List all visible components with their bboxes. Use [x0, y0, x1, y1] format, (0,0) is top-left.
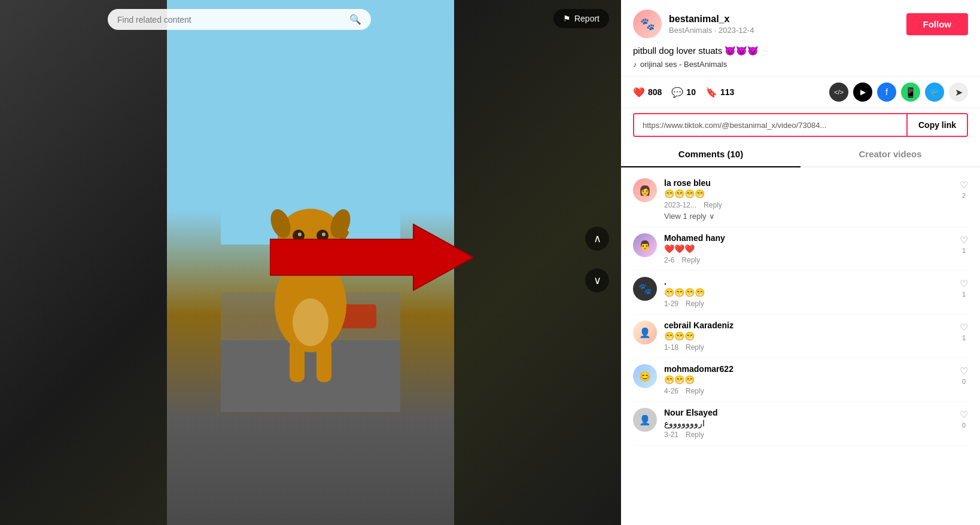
- avatar: 👩: [633, 178, 657, 202]
- comment-username[interactable]: la rose bleu: [664, 178, 968, 188]
- reply-button[interactable]: Reply: [686, 431, 704, 439]
- comment-body: Nour Elsayed اروووووووع 3-21 Reply: [664, 408, 968, 439]
- flag-icon: ⚑: [563, 14, 571, 23]
- search-input[interactable]: [117, 15, 345, 25]
- avatar: 🐾: [633, 10, 662, 38]
- video-content: [167, 0, 454, 525]
- tab-creator-videos[interactable]: Creator videos: [801, 142, 980, 166]
- comment-meta: 2-6 Reply: [664, 256, 968, 264]
- video-caption: pitbull dog lover stuats 😈😈😈: [633, 45, 968, 56]
- comments-stat[interactable]: 💬 10: [671, 87, 696, 98]
- facebook-icon[interactable]: f: [877, 83, 896, 102]
- user-row: 🐾 bestanimal_x BestAnimals · 2023-12-4 F…: [633, 10, 968, 38]
- svg-point-10: [298, 233, 302, 236]
- bookmark-icon: 🔖: [705, 87, 717, 98]
- tabs-row: Comments (10) Creator videos: [621, 142, 980, 167]
- avatar: 👤: [633, 408, 657, 432]
- like-icon[interactable]: ♡: [960, 409, 968, 420]
- comment-text: 😁😁😁😁: [664, 288, 968, 297]
- like-icon[interactable]: ♡: [960, 365, 968, 377]
- comment-meta: 2023-12... Reply: [664, 201, 968, 209]
- stats-row: ❤️ 808 💬 10 🔖 113 </> ▶ f 📱 🐦 ➤: [621, 77, 980, 108]
- share-icons: </> ▶ f 📱 🐦 ➤: [829, 83, 968, 102]
- comment-like: ♡ 1: [960, 234, 968, 254]
- comment-meta: 4-26 Reply: [664, 387, 968, 395]
- comment-body: . 😁😁😁😁 1-29 Reply: [664, 277, 968, 308]
- nav-down-button[interactable]: ∨: [585, 268, 609, 292]
- comment-like: ♡ 0: [960, 365, 968, 385]
- list-item: 👤 cebrail Karadeniz 😁😁😁 1-18 Reply ♡ 1: [633, 315, 968, 358]
- search-bar[interactable]: 🔍: [108, 9, 371, 30]
- more-share-icon[interactable]: ➤: [949, 83, 968, 102]
- tab-comments[interactable]: Comments (10): [621, 142, 801, 166]
- whatsapp-icon[interactable]: 📱: [901, 83, 920, 102]
- link-row: https://www.tiktok.com/@bestanimal_x/vid…: [633, 113, 968, 137]
- like-icon[interactable]: ♡: [960, 179, 968, 191]
- reply-button[interactable]: Reply: [681, 256, 700, 264]
- tiktok-share-icon[interactable]: ▶: [853, 83, 872, 102]
- svg-rect-17: [316, 340, 331, 382]
- list-item: 🐾 . 😁😁😁😁 1-29 Reply ♡ 1: [633, 271, 968, 315]
- list-item: 👤 Nour Elsayed اروووووووع 3-21 Reply ♡ 0: [633, 402, 968, 445]
- comment-body: mohmadomar622 😁😁😁 4-26 Reply: [664, 364, 968, 395]
- comment-like: ♡ 1: [960, 322, 968, 341]
- comment-username[interactable]: Mohamed hany: [664, 233, 968, 243]
- svg-point-11: [322, 233, 325, 236]
- avatar: 😊: [633, 364, 657, 388]
- comment-text: ❤️❤️❤️: [664, 244, 968, 254]
- search-icon: 🔍: [349, 14, 361, 25]
- embed-icon[interactable]: </>: [829, 83, 848, 102]
- bookmarks-stat[interactable]: 🔖 113: [705, 87, 734, 98]
- comment-text: 😁😁😁😁: [664, 189, 968, 199]
- right-panel: 🐾 bestanimal_x BestAnimals · 2023-12-4 F…: [621, 0, 980, 525]
- reply-button[interactable]: Reply: [686, 387, 704, 395]
- comment-text: اروووووووع: [664, 419, 968, 428]
- comment-username[interactable]: Nour Elsayed: [664, 408, 968, 417]
- video-section: 🔍 ⚑ ⚑ Report Report ∧ ∨: [0, 0, 621, 525]
- comment-icon: 💬: [671, 87, 683, 98]
- user-info: 🐾 bestanimal_x BestAnimals · 2023-12-4: [633, 10, 754, 38]
- nav-up-button[interactable]: ∧: [585, 227, 609, 251]
- comment-text: 😁😁😁: [664, 375, 968, 384]
- panel-header: 🐾 bestanimal_x BestAnimals · 2023-12-4 F…: [621, 0, 980, 77]
- like-icon[interactable]: ♡: [960, 322, 968, 333]
- svg-point-18: [293, 298, 328, 346]
- user-details: bestanimal_x BestAnimals · 2023-12-4: [669, 14, 754, 35]
- comment-meta: 1-18 Reply: [664, 343, 968, 352]
- reply-button[interactable]: Reply: [704, 201, 722, 209]
- comment-username[interactable]: mohmadomar622: [664, 364, 968, 374]
- list-item: 👩 la rose bleu 😁😁😁😁 2023-12... Reply Vie…: [633, 172, 968, 227]
- reply-button[interactable]: Reply: [686, 343, 704, 352]
- comment-text: 😁😁😁: [664, 331, 968, 341]
- list-item: 😊 mohmadomar622 😁😁😁 4-26 Reply ♡ 0: [633, 358, 968, 402]
- likes-stat[interactable]: ❤️ 808: [633, 87, 662, 98]
- avatar: 👤: [633, 321, 657, 344]
- comment-username[interactable]: cebrail Karadeniz: [664, 321, 968, 330]
- comment-like: ♡ 1: [960, 278, 968, 298]
- svg-rect-16: [290, 340, 305, 382]
- like-icon[interactable]: ♡: [960, 234, 968, 246]
- comment-meta: 1-29 Reply: [664, 300, 968, 308]
- comment-username[interactable]: .: [664, 277, 968, 286]
- username[interactable]: bestanimal_x: [669, 14, 754, 25]
- avatar: 👨: [633, 233, 657, 257]
- copy-link-button[interactable]: Copy link: [906, 114, 967, 136]
- comment-meta: 3-21 Reply: [664, 431, 968, 439]
- music-info: ♪ orijinal ses - BestAnimals: [633, 60, 968, 69]
- list-item: 👨 Mohamed hany ❤️❤️❤️ 2-6 Reply ♡ 1: [633, 227, 968, 271]
- comments-section: 👩 la rose bleu 😁😁😁😁 2023-12... Reply Vie…: [621, 167, 980, 525]
- music-icon: ♪: [633, 60, 637, 69]
- user-meta: BestAnimals · 2023-12-4: [669, 26, 754, 35]
- comment-like: ♡ 2: [960, 179, 968, 199]
- like-icon[interactable]: ♡: [960, 278, 968, 289]
- comment-like: ♡ 0: [960, 409, 968, 429]
- twitter-icon[interactable]: 🐦: [925, 83, 944, 102]
- report-button[interactable]: ⚑ ⚑ Report Report: [553, 9, 609, 28]
- comment-body: la rose bleu 😁😁😁😁 2023-12... Reply View …: [664, 178, 968, 221]
- follow-button[interactable]: Follow: [906, 13, 969, 35]
- svg-point-7: [302, 243, 319, 255]
- reply-button[interactable]: Reply: [686, 300, 704, 308]
- avatar: 🐾: [633, 277, 657, 301]
- heart-icon: ❤️: [633, 87, 645, 98]
- view-replies-button[interactable]: View 1 reply ∨: [664, 212, 968, 221]
